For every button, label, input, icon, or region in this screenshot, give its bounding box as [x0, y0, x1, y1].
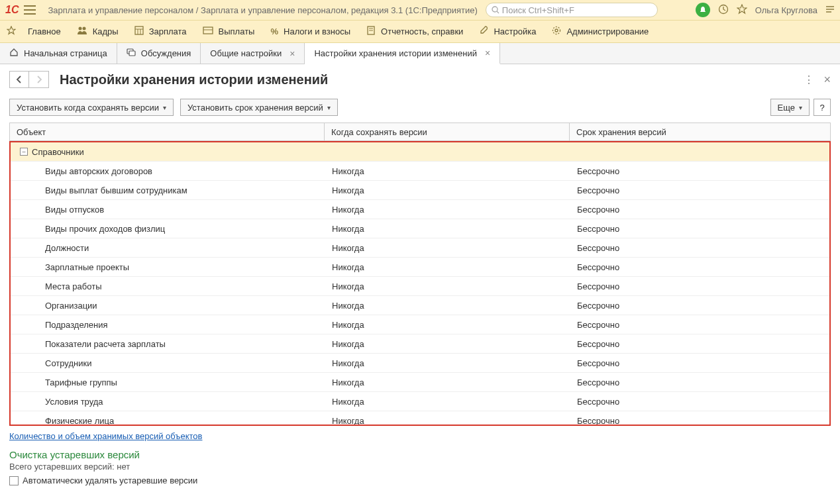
- kebab-icon[interactable]: ⋮: [804, 74, 814, 86]
- menu-taxes[interactable]: %Налоги и взносы: [270, 26, 350, 36]
- table-row[interactable]: Виды отпусковНикогдаБессрочно: [11, 200, 829, 219]
- close-icon[interactable]: ×: [289, 48, 295, 59]
- menu-salary[interactable]: Зарплата: [134, 26, 187, 37]
- table-row[interactable]: Условия трудаНикогдаБессрочно: [11, 392, 829, 411]
- help-button[interactable]: ?: [814, 99, 831, 116]
- svg-line-1: [497, 11, 499, 13]
- cell-object: Места работы: [11, 281, 325, 291]
- calc-icon: [134, 26, 144, 37]
- svg-rect-12: [203, 27, 213, 34]
- favorite-icon[interactable]: [737, 4, 747, 17]
- cell-when: Никогда: [325, 166, 570, 176]
- username[interactable]: Ольга Круглова: [755, 5, 817, 15]
- wrench-icon: [479, 26, 488, 37]
- table-row[interactable]: Места работыНикогдаБессрочно: [11, 277, 829, 296]
- footer: Количество и объем хранимых версий объек…: [0, 426, 840, 491]
- col-object[interactable]: Объект: [10, 123, 325, 140]
- notifications-icon[interactable]: [696, 3, 710, 17]
- col-when[interactable]: Когда сохранять версии: [325, 123, 570, 140]
- group-row[interactable]: – Справочники: [11, 142, 829, 162]
- nav-back-button[interactable]: [9, 71, 29, 88]
- svg-rect-20: [129, 51, 135, 56]
- svg-point-0: [492, 7, 498, 12]
- cell-when: Никогда: [325, 339, 570, 349]
- cell-when: Никогда: [325, 185, 570, 195]
- nav-forward-button[interactable]: [29, 71, 49, 88]
- percent-icon: %: [270, 26, 278, 36]
- cell-when: Никогда: [325, 243, 570, 253]
- table-row[interactable]: ПодразделенияНикогдаБессрочно: [11, 315, 829, 334]
- set-term-button[interactable]: Установить срок хранения версий ▾: [180, 99, 338, 116]
- menu-settings[interactable]: Настройка: [479, 26, 536, 37]
- tabs-bar: Начальная страница Обсуждения Общие наст…: [0, 43, 840, 64]
- menu-main[interactable]: Главное: [28, 26, 61, 36]
- menu-staff[interactable]: Кадры: [77, 26, 119, 37]
- home-icon: [9, 48, 19, 59]
- cell-object: Условия труда: [11, 397, 325, 407]
- menu-admin[interactable]: Администрирование: [552, 26, 649, 37]
- close-page-icon[interactable]: ×: [823, 73, 831, 87]
- table-row[interactable]: Виды выплат бывшим сотрудникамНикогдаБес…: [11, 181, 829, 200]
- auto-delete-checkbox[interactable]: [9, 476, 19, 485]
- menu-payments[interactable]: Выплаты: [203, 26, 255, 36]
- cleanup-heading: Очистка устаревших версий: [9, 449, 831, 460]
- table-row[interactable]: Показатели расчета зарплатыНикогдаБессро…: [11, 334, 829, 354]
- cell-object: Подразделения: [11, 320, 325, 330]
- cell-object: Тарифные группы: [11, 378, 325, 387]
- cell-object: Показатели расчета зарплаты: [11, 339, 325, 349]
- cell-when: Никогда: [325, 378, 570, 387]
- table-row[interactable]: Физические лицаНикогдаБессрочно: [11, 411, 829, 426]
- col-term[interactable]: Срок хранения версий: [570, 123, 830, 140]
- collapse-icon[interactable]: –: [20, 148, 28, 156]
- chevron-down-icon: ▾: [799, 104, 802, 111]
- window-title: Зарплата и управление персоналом / Зарпл…: [48, 5, 477, 15]
- menu-star-icon[interactable]: [7, 26, 16, 37]
- cell-term: Бессрочно: [570, 301, 829, 311]
- group-label: Справочники: [32, 147, 84, 157]
- cell-object: Виды прочих доходов физлиц: [11, 224, 325, 234]
- cell-object: Организации: [11, 301, 325, 311]
- cell-object: Зарплатные проекты: [11, 262, 325, 272]
- cell-term: Бессрочно: [570, 339, 829, 349]
- menu-reports[interactable]: Отчетность, справки: [366, 26, 463, 37]
- cell-term: Бессрочно: [570, 185, 829, 195]
- page-header: Настройки хранения истории изменений ⋮ ×: [0, 64, 840, 95]
- cell-term: Бессрочно: [570, 262, 829, 272]
- table-row[interactable]: ОрганизацииНикогдаБессрочно: [11, 296, 829, 315]
- table-header: Объект Когда сохранять версии Срок хране…: [9, 123, 831, 141]
- tab-home[interactable]: Начальная страница: [0, 43, 117, 64]
- history-icon[interactable]: [718, 4, 729, 17]
- search-input[interactable]: Поиск Ctrl+Shift+F: [486, 3, 658, 17]
- page-title: Настройки хранения истории изменений: [60, 72, 328, 87]
- more-button[interactable]: Еще ▾: [770, 99, 810, 116]
- stored-versions-link[interactable]: Количество и объем хранимых версий объек…: [9, 431, 202, 441]
- close-icon[interactable]: ×: [485, 48, 490, 58]
- titlebar: 1C Зарплата и управление персоналом / За…: [0, 0, 840, 21]
- tab-history-settings[interactable]: Настройки хранения истории изменений ×: [305, 43, 500, 64]
- table-row[interactable]: Тарифные группыНикогдаБессрочно: [11, 373, 829, 392]
- cell-object: Физические лица: [11, 416, 325, 426]
- version-table: Объект Когда сохранять версии Срок хране…: [9, 123, 831, 426]
- tab-general-settings[interactable]: Общие настройки ×: [201, 43, 305, 64]
- table-row[interactable]: Зарплатные проектыНикогдаБессрочно: [11, 258, 829, 277]
- money-icon: [203, 26, 213, 36]
- cell-when: Никогда: [325, 281, 570, 291]
- window-menu-icon[interactable]: [825, 5, 835, 16]
- cell-when: Никогда: [325, 358, 570, 368]
- cell-term: Бессрочно: [570, 243, 829, 253]
- table-row[interactable]: Виды прочих доходов физлицНикогдаБессроч…: [11, 219, 829, 238]
- hamburger-icon[interactable]: [24, 5, 36, 15]
- set-when-button[interactable]: Установить когда сохранять версии ▾: [9, 99, 174, 116]
- cell-when: Никогда: [325, 205, 570, 215]
- chevron-down-icon: ▾: [163, 104, 166, 111]
- cell-term: Бессрочно: [570, 224, 829, 234]
- report-icon: [366, 26, 376, 37]
- svg-point-6: [78, 27, 81, 30]
- table-row[interactable]: ДолжностиНикогдаБессрочно: [11, 238, 829, 258]
- cell-object: Сотрудники: [11, 358, 325, 368]
- table-row[interactable]: Виды авторских договоровНикогдаБессрочно: [11, 162, 829, 181]
- tab-discussions[interactable]: Обсуждения: [117, 43, 201, 64]
- cell-term: Бессрочно: [570, 416, 829, 426]
- chevron-down-icon: ▾: [327, 104, 331, 111]
- table-row[interactable]: СотрудникиНикогдаБессрочно: [11, 354, 829, 373]
